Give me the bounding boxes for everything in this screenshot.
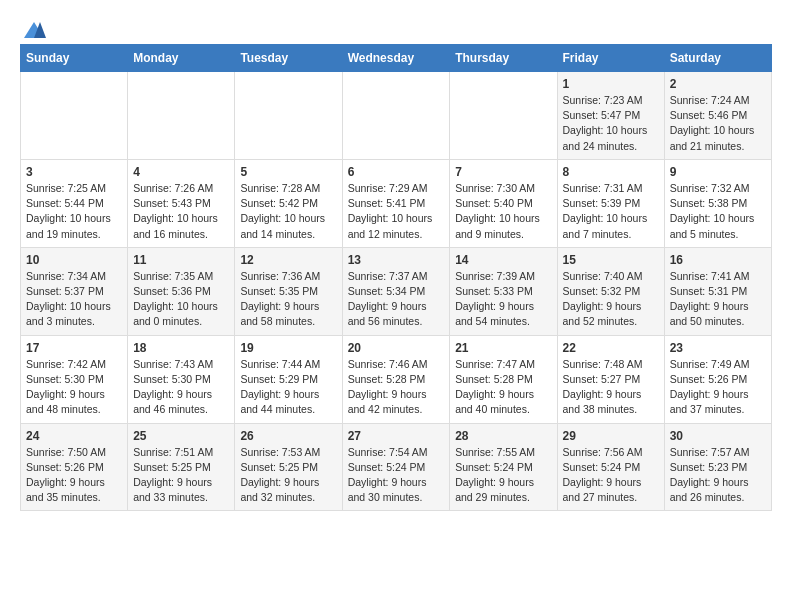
calendar-cell: 10Sunrise: 7:34 AMSunset: 5:37 PMDayligh… bbox=[21, 247, 128, 335]
day-number: 17 bbox=[26, 341, 122, 355]
calendar-week-3: 10Sunrise: 7:34 AMSunset: 5:37 PMDayligh… bbox=[21, 247, 772, 335]
day-info: Sunrise: 7:43 AMSunset: 5:30 PMDaylight:… bbox=[133, 357, 229, 418]
day-number: 25 bbox=[133, 429, 229, 443]
day-number: 7 bbox=[455, 165, 551, 179]
weekday-header-monday: Monday bbox=[128, 45, 235, 72]
calendar-cell: 14Sunrise: 7:39 AMSunset: 5:33 PMDayligh… bbox=[450, 247, 557, 335]
weekday-header-sunday: Sunday bbox=[21, 45, 128, 72]
calendar-cell bbox=[21, 72, 128, 160]
day-info: Sunrise: 7:28 AMSunset: 5:42 PMDaylight:… bbox=[240, 181, 336, 242]
calendar-cell: 15Sunrise: 7:40 AMSunset: 5:32 PMDayligh… bbox=[557, 247, 664, 335]
calendar-cell: 9Sunrise: 7:32 AMSunset: 5:38 PMDaylight… bbox=[664, 159, 771, 247]
day-info: Sunrise: 7:48 AMSunset: 5:27 PMDaylight:… bbox=[563, 357, 659, 418]
calendar-cell: 13Sunrise: 7:37 AMSunset: 5:34 PMDayligh… bbox=[342, 247, 450, 335]
day-info: Sunrise: 7:51 AMSunset: 5:25 PMDaylight:… bbox=[133, 445, 229, 506]
calendar-cell: 26Sunrise: 7:53 AMSunset: 5:25 PMDayligh… bbox=[235, 423, 342, 511]
day-info: Sunrise: 7:23 AMSunset: 5:47 PMDaylight:… bbox=[563, 93, 659, 154]
calendar-cell: 6Sunrise: 7:29 AMSunset: 5:41 PMDaylight… bbox=[342, 159, 450, 247]
day-info: Sunrise: 7:49 AMSunset: 5:26 PMDaylight:… bbox=[670, 357, 766, 418]
calendar-cell: 17Sunrise: 7:42 AMSunset: 5:30 PMDayligh… bbox=[21, 335, 128, 423]
day-info: Sunrise: 7:40 AMSunset: 5:32 PMDaylight:… bbox=[563, 269, 659, 330]
day-info: Sunrise: 7:29 AMSunset: 5:41 PMDaylight:… bbox=[348, 181, 445, 242]
weekday-header-tuesday: Tuesday bbox=[235, 45, 342, 72]
weekday-header-friday: Friday bbox=[557, 45, 664, 72]
day-number: 10 bbox=[26, 253, 122, 267]
day-number: 28 bbox=[455, 429, 551, 443]
calendar-body: 1Sunrise: 7:23 AMSunset: 5:47 PMDaylight… bbox=[21, 72, 772, 511]
day-number: 24 bbox=[26, 429, 122, 443]
logo bbox=[20, 20, 46, 34]
calendar-cell: 27Sunrise: 7:54 AMSunset: 5:24 PMDayligh… bbox=[342, 423, 450, 511]
day-info: Sunrise: 7:36 AMSunset: 5:35 PMDaylight:… bbox=[240, 269, 336, 330]
calendar-cell: 1Sunrise: 7:23 AMSunset: 5:47 PMDaylight… bbox=[557, 72, 664, 160]
day-number: 18 bbox=[133, 341, 229, 355]
day-number: 27 bbox=[348, 429, 445, 443]
calendar-week-1: 1Sunrise: 7:23 AMSunset: 5:47 PMDaylight… bbox=[21, 72, 772, 160]
calendar-cell: 19Sunrise: 7:44 AMSunset: 5:29 PMDayligh… bbox=[235, 335, 342, 423]
day-info: Sunrise: 7:31 AMSunset: 5:39 PMDaylight:… bbox=[563, 181, 659, 242]
calendar-header: SundayMondayTuesdayWednesdayThursdayFrid… bbox=[21, 45, 772, 72]
day-number: 13 bbox=[348, 253, 445, 267]
calendar-cell: 29Sunrise: 7:56 AMSunset: 5:24 PMDayligh… bbox=[557, 423, 664, 511]
day-info: Sunrise: 7:57 AMSunset: 5:23 PMDaylight:… bbox=[670, 445, 766, 506]
day-number: 1 bbox=[563, 77, 659, 91]
day-number: 19 bbox=[240, 341, 336, 355]
weekday-header-row: SundayMondayTuesdayWednesdayThursdayFrid… bbox=[21, 45, 772, 72]
calendar-cell: 21Sunrise: 7:47 AMSunset: 5:28 PMDayligh… bbox=[450, 335, 557, 423]
calendar-cell: 2Sunrise: 7:24 AMSunset: 5:46 PMDaylight… bbox=[664, 72, 771, 160]
day-number: 11 bbox=[133, 253, 229, 267]
day-info: Sunrise: 7:32 AMSunset: 5:38 PMDaylight:… bbox=[670, 181, 766, 242]
calendar-cell: 5Sunrise: 7:28 AMSunset: 5:42 PMDaylight… bbox=[235, 159, 342, 247]
day-info: Sunrise: 7:55 AMSunset: 5:24 PMDaylight:… bbox=[455, 445, 551, 506]
day-number: 20 bbox=[348, 341, 445, 355]
day-number: 4 bbox=[133, 165, 229, 179]
calendar-cell: 25Sunrise: 7:51 AMSunset: 5:25 PMDayligh… bbox=[128, 423, 235, 511]
day-number: 9 bbox=[670, 165, 766, 179]
page-header bbox=[20, 20, 772, 34]
day-number: 29 bbox=[563, 429, 659, 443]
day-number: 16 bbox=[670, 253, 766, 267]
day-info: Sunrise: 7:41 AMSunset: 5:31 PMDaylight:… bbox=[670, 269, 766, 330]
day-number: 23 bbox=[670, 341, 766, 355]
day-info: Sunrise: 7:53 AMSunset: 5:25 PMDaylight:… bbox=[240, 445, 336, 506]
calendar-cell: 12Sunrise: 7:36 AMSunset: 5:35 PMDayligh… bbox=[235, 247, 342, 335]
day-number: 3 bbox=[26, 165, 122, 179]
calendar-cell bbox=[342, 72, 450, 160]
calendar-cell: 8Sunrise: 7:31 AMSunset: 5:39 PMDaylight… bbox=[557, 159, 664, 247]
calendar-cell: 30Sunrise: 7:57 AMSunset: 5:23 PMDayligh… bbox=[664, 423, 771, 511]
day-number: 21 bbox=[455, 341, 551, 355]
day-number: 30 bbox=[670, 429, 766, 443]
day-number: 26 bbox=[240, 429, 336, 443]
day-number: 22 bbox=[563, 341, 659, 355]
calendar-cell bbox=[128, 72, 235, 160]
calendar-cell: 4Sunrise: 7:26 AMSunset: 5:43 PMDaylight… bbox=[128, 159, 235, 247]
day-number: 14 bbox=[455, 253, 551, 267]
day-number: 12 bbox=[240, 253, 336, 267]
day-info: Sunrise: 7:24 AMSunset: 5:46 PMDaylight:… bbox=[670, 93, 766, 154]
logo-icon bbox=[22, 20, 46, 40]
day-number: 15 bbox=[563, 253, 659, 267]
day-info: Sunrise: 7:25 AMSunset: 5:44 PMDaylight:… bbox=[26, 181, 122, 242]
calendar-table: SundayMondayTuesdayWednesdayThursdayFrid… bbox=[20, 44, 772, 511]
day-info: Sunrise: 7:56 AMSunset: 5:24 PMDaylight:… bbox=[563, 445, 659, 506]
day-number: 8 bbox=[563, 165, 659, 179]
day-info: Sunrise: 7:26 AMSunset: 5:43 PMDaylight:… bbox=[133, 181, 229, 242]
weekday-header-saturday: Saturday bbox=[664, 45, 771, 72]
calendar-cell: 7Sunrise: 7:30 AMSunset: 5:40 PMDaylight… bbox=[450, 159, 557, 247]
calendar-cell bbox=[450, 72, 557, 160]
calendar-cell: 16Sunrise: 7:41 AMSunset: 5:31 PMDayligh… bbox=[664, 247, 771, 335]
calendar-cell bbox=[235, 72, 342, 160]
day-info: Sunrise: 7:44 AMSunset: 5:29 PMDaylight:… bbox=[240, 357, 336, 418]
calendar-cell: 18Sunrise: 7:43 AMSunset: 5:30 PMDayligh… bbox=[128, 335, 235, 423]
calendar-cell: 22Sunrise: 7:48 AMSunset: 5:27 PMDayligh… bbox=[557, 335, 664, 423]
day-info: Sunrise: 7:42 AMSunset: 5:30 PMDaylight:… bbox=[26, 357, 122, 418]
calendar-cell: 23Sunrise: 7:49 AMSunset: 5:26 PMDayligh… bbox=[664, 335, 771, 423]
day-info: Sunrise: 7:37 AMSunset: 5:34 PMDaylight:… bbox=[348, 269, 445, 330]
calendar-week-5: 24Sunrise: 7:50 AMSunset: 5:26 PMDayligh… bbox=[21, 423, 772, 511]
calendar-cell: 20Sunrise: 7:46 AMSunset: 5:28 PMDayligh… bbox=[342, 335, 450, 423]
calendar-week-4: 17Sunrise: 7:42 AMSunset: 5:30 PMDayligh… bbox=[21, 335, 772, 423]
day-number: 6 bbox=[348, 165, 445, 179]
calendar-cell: 28Sunrise: 7:55 AMSunset: 5:24 PMDayligh… bbox=[450, 423, 557, 511]
day-info: Sunrise: 7:34 AMSunset: 5:37 PMDaylight:… bbox=[26, 269, 122, 330]
day-number: 5 bbox=[240, 165, 336, 179]
